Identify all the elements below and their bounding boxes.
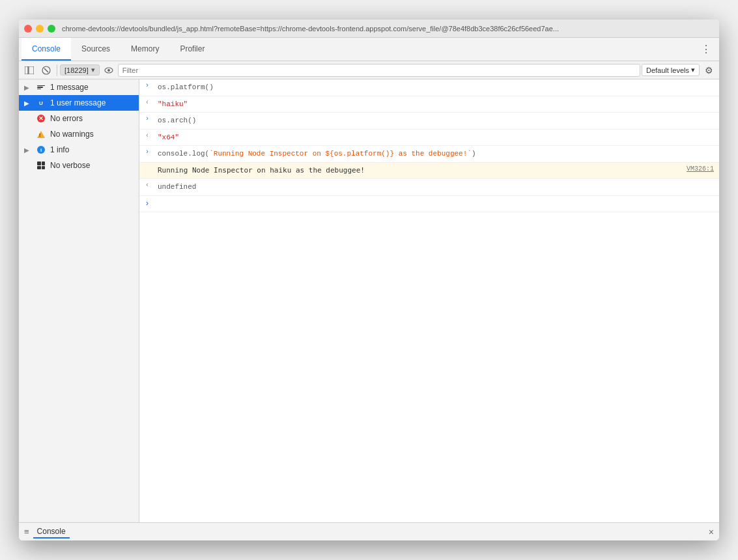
- output-arrow: ‹: [145, 99, 149, 106]
- verbose-icon: [36, 160, 46, 171]
- console-input-text: os.arch(): [155, 114, 719, 128]
- pid-dropdown-arrow[interactable]: ▾: [91, 66, 95, 74]
- bottom-bar: ≡ Console ×: [19, 522, 719, 540]
- list-icon: [36, 82, 46, 92]
- sidebar-item-verbose[interactable]: ▶ No verbose: [19, 158, 139, 173]
- title-bar: chrome-devtools://devtools/bundled/js_ap…: [19, 20, 719, 38]
- sidebar-item-info[interactable]: ▶ i 1 info: [19, 142, 139, 158]
- console-gutter: ›: [139, 81, 155, 89]
- expand-arrow: ▶: [24, 84, 32, 91]
- console-prompt-row: ›: [139, 196, 719, 213]
- toggle-sidebar-button[interactable]: [21, 63, 37, 77]
- tab-menu-button[interactable]: ⋮: [696, 40, 717, 58]
- close-button[interactable]: [24, 25, 32, 33]
- console-row: ‹ "x64": [139, 130, 719, 147]
- console-gutter: ‹: [139, 180, 155, 189]
- svg-rect-1: [29, 66, 34, 74]
- console-gutter: ‹: [139, 131, 155, 139]
- tab-console[interactable]: Console: [21, 38, 71, 61]
- settings-button[interactable]: ⚙: [701, 63, 717, 77]
- console-prompt-arrow: ›: [145, 199, 150, 208]
- pid-badge[interactable]: [18229] ▾: [60, 64, 100, 76]
- console-output: › os.platform() ‹ "haiku" › os.arch(): [139, 79, 719, 522]
- sidebar: ▶ 1 message ▶ U 1 user message: [19, 79, 139, 522]
- error-icon: ✕: [36, 113, 46, 124]
- bottom-close-button[interactable]: ×: [709, 527, 714, 537]
- output-arrow: ‹: [145, 132, 149, 139]
- info-icon: i: [36, 145, 46, 155]
- levels-dropdown[interactable]: Default levels ▾: [642, 64, 700, 76]
- console-gutter: ‹: [139, 98, 155, 106]
- warning-icon: [36, 129, 46, 139]
- maximize-button[interactable]: [48, 25, 55, 33]
- traffic-lights: [24, 25, 55, 33]
- toolbar: [18229] ▾ Default levels ▾ ⚙: [19, 61, 719, 79]
- verbose-label: No verbose: [50, 161, 90, 170]
- console-gutter: ›: [139, 147, 155, 156]
- user-messages-label: 1 user message: [50, 98, 106, 107]
- tab-sources[interactable]: Sources: [71, 38, 121, 61]
- minimize-button[interactable]: [36, 25, 44, 33]
- console-row: ‹ "haiku": [139, 96, 719, 113]
- console-input-field[interactable]: [155, 197, 719, 211]
- console-input-text: console.log(`Running Node Inspector on $…: [155, 147, 719, 161]
- url-bar: chrome-devtools://devtools/bundled/js_ap…: [62, 25, 714, 33]
- user-icon: U: [36, 98, 46, 108]
- console-source-link[interactable]: VM326:1: [681, 164, 719, 174]
- warnings-label: No warnings: [50, 130, 94, 139]
- console-gutter: [139, 164, 155, 165]
- tab-memory[interactable]: Memory: [121, 38, 169, 61]
- console-row: ‹ undefined: [139, 179, 719, 196]
- info-label: 1 info: [50, 145, 69, 154]
- sidebar-item-all-messages[interactable]: ▶ 1 message: [19, 79, 139, 95]
- eye-button[interactable]: [101, 63, 117, 77]
- expand-arrow: ▶: [24, 147, 32, 154]
- console-output-text: undefined: [155, 180, 719, 194]
- console-row: › os.arch(): [139, 113, 719, 130]
- bottom-menu-icon[interactable]: ≡: [24, 527, 29, 537]
- console-output-text: "haiku": [155, 98, 719, 111]
- sidebar-item-errors[interactable]: ▶ ✕ No errors: [19, 111, 139, 126]
- tab-profiler[interactable]: Profiler: [169, 38, 215, 61]
- console-output-text: "x64": [155, 131, 719, 145]
- console-row: Running Node Inspector on haiku as the d…: [139, 163, 719, 180]
- console-row: › os.platform(): [139, 79, 719, 96]
- levels-arrow: ▾: [691, 66, 695, 74]
- clear-console-button[interactable]: [38, 63, 54, 77]
- svg-rect-0: [25, 66, 28, 74]
- console-gutter: ›: [139, 114, 155, 122]
- sidebar-item-user-messages[interactable]: ▶ U 1 user message: [19, 95, 139, 111]
- toolbar-divider: [57, 64, 57, 76]
- output-arrow: ‹: [145, 182, 149, 189]
- console-gutter: ›: [139, 197, 155, 208]
- levels-label: Default levels: [646, 66, 689, 74]
- console-log-text: Running Node Inspector on haiku as the d…: [155, 164, 681, 178]
- main-content: ▶ 1 message ▶ U 1 user message: [19, 79, 719, 522]
- input-arrow: ›: [145, 82, 149, 89]
- svg-line-3: [44, 68, 48, 72]
- console-input-text: os.platform(): [155, 81, 719, 94]
- tab-bar: Console Sources Memory Profiler ⋮: [19, 38, 719, 61]
- bottom-tab-console[interactable]: Console: [33, 525, 70, 539]
- input-arrow: ›: [145, 148, 149, 156]
- expand-arrow: ▶: [24, 100, 32, 107]
- svg-point-5: [107, 69, 110, 72]
- sidebar-item-warnings[interactable]: ▶ No warnings: [19, 126, 139, 142]
- errors-label: No errors: [50, 114, 83, 123]
- input-arrow: ›: [145, 115, 149, 122]
- filter-input[interactable]: [118, 64, 640, 77]
- all-messages-label: 1 message: [50, 83, 89, 92]
- pid-label: [18229]: [64, 66, 89, 74]
- console-row: › console.log(`Running Node Inspector on…: [139, 146, 719, 163]
